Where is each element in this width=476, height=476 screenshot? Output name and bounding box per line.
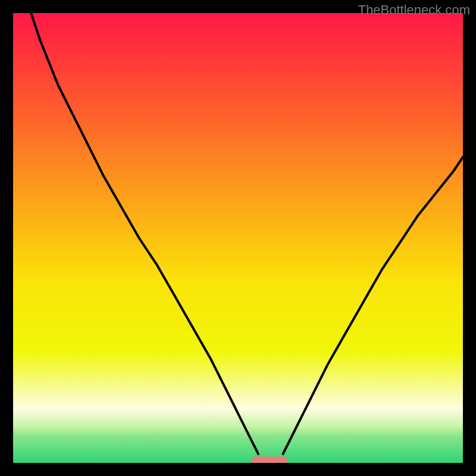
- bottleneck-chart: TheBottleneck.com: [0, 0, 476, 476]
- attribution-label: TheBottleneck.com: [358, 2, 470, 18]
- gradient-background: [13, 13, 463, 463]
- frame-left: [0, 0, 13, 476]
- frame-right: [463, 0, 476, 476]
- frame-bottom: [0, 463, 476, 476]
- chart-canvas: [0, 0, 476, 476]
